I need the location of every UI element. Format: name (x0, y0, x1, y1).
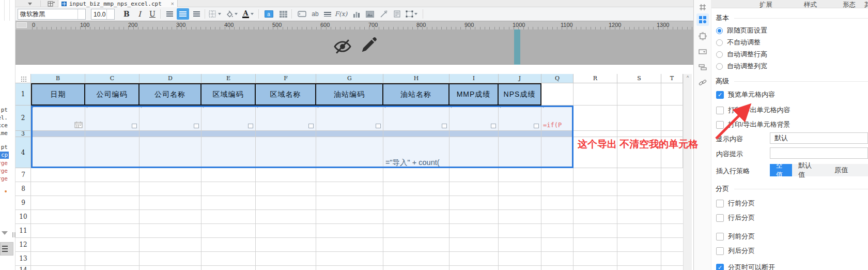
column-header[interactable]: J (499, 74, 541, 83)
row-header[interactable]: 12 (16, 241, 31, 248)
italic-button[interactable]: I (133, 8, 146, 20)
segment-empty-value[interactable]: 空值 (770, 164, 792, 176)
merge-cells-button[interactable] (277, 8, 289, 20)
layers-panel-button[interactable] (696, 61, 709, 73)
segment-original-value[interactable]: 原值 (819, 164, 868, 176)
cell-S2[interactable] (617, 106, 661, 131)
frame-panel-button[interactable] (696, 30, 709, 42)
row-header[interactable]: 7 (16, 171, 31, 178)
cell-I3[interactable] (450, 131, 499, 137)
segment-default-value[interactable]: 默认值 (792, 164, 819, 176)
cell-D1[interactable]: 公司名称 (140, 83, 202, 106)
column-header[interactable]: B (31, 74, 85, 83)
cell-S3[interactable] (617, 131, 661, 137)
font-size-select[interactable]: 10.0 (91, 9, 115, 20)
cell-G3[interactable] (316, 131, 383, 137)
text-widget-button[interactable] (296, 8, 308, 20)
image-button[interactable] (364, 8, 376, 20)
row-header[interactable]: 4 (16, 137, 31, 168)
tab-expand[interactable]: 扩展 (760, 1, 772, 9)
edit-pencil-icon[interactable] (359, 35, 378, 56)
cell-D4[interactable] (140, 137, 202, 168)
scroll-up-icon[interactable]: ^ (684, 75, 692, 80)
file-item[interactable]: el. (0, 114, 8, 121)
cell-C1[interactable]: 公司编码 (85, 83, 140, 106)
cell-H2[interactable] (383, 106, 450, 131)
tree-menu-button[interactable] (0, 242, 13, 256)
cell-I4[interactable] (450, 137, 499, 168)
cell-E4[interactable] (202, 137, 256, 168)
checkbox-page-break-after-col[interactable]: 列后分页 (716, 246, 755, 256)
underline-button[interactable]: U (146, 8, 159, 20)
row-header[interactable]: 14 (16, 266, 31, 270)
cell-Q3[interactable] (541, 131, 574, 137)
column-header[interactable]: T (661, 74, 683, 83)
radio-auto-col-width[interactable]: 自动调整列宽 (716, 62, 767, 71)
cell-T1[interactable] (661, 83, 683, 106)
cell-element-panel-button[interactable] (696, 13, 709, 26)
checkbox-preview-cell-content[interactable]: ✓预览单元格内容 (716, 90, 775, 99)
cell-G4[interactable] (316, 137, 383, 168)
cell-C4[interactable] (85, 137, 140, 168)
cell-Q2[interactable]: =if(P 2,""," 数据有 (541, 106, 574, 131)
column-header[interactable]: E (202, 74, 256, 83)
borders-button[interactable] (208, 8, 222, 20)
cell-T3[interactable] (661, 131, 683, 137)
display-content-select[interactable]: 默认 (770, 132, 868, 144)
new-report-icon[interactable] (48, 1, 55, 7)
row-header[interactable]: 3 (16, 131, 31, 137)
cell-G2[interactable] (316, 106, 383, 131)
bold-button[interactable]: B (120, 8, 133, 20)
cell-J4[interactable] (499, 137, 541, 168)
cell-B1[interactable]: 日期 (31, 83, 85, 106)
tab-widget[interactable]: 形态 (843, 1, 856, 9)
file-item-selected[interactable]: cp (0, 152, 9, 159)
hyperlink-panel-button[interactable] (696, 77, 709, 89)
row-header[interactable]: 9 (16, 199, 31, 206)
vertical-scrollbar[interactable]: ^ (683, 74, 692, 270)
radio-no-auto-adjust[interactable]: 不自动调整 (716, 38, 761, 47)
cell-G1[interactable]: 油站编码 (316, 83, 383, 106)
align-right-button[interactable] (190, 8, 203, 20)
cell-B4[interactable] (31, 137, 85, 168)
cell-E3[interactable] (202, 131, 256, 137)
tab-list-dropdown-icon[interactable] (28, 3, 32, 5)
row-header[interactable]: 1 (16, 83, 31, 106)
column-header[interactable]: D (140, 74, 202, 83)
column-header[interactable]: H (383, 74, 450, 83)
tab-style[interactable]: 样式 (804, 1, 817, 9)
font-family-select[interactable]: 微软雅黑 (18, 9, 86, 20)
cell-element-button[interactable]: a (262, 8, 275, 20)
subreport-button[interactable] (391, 8, 403, 20)
select-all-corner[interactable] (16, 74, 31, 83)
cell-J1[interactable]: NPS成绩 (499, 83, 541, 106)
file-item[interactable]: xce (0, 122, 8, 129)
cell-E1[interactable]: 区域编码 (202, 83, 256, 106)
cell-T2[interactable] (661, 106, 683, 131)
close-tab-icon[interactable]: × (171, 1, 174, 7)
border-style-button[interactable] (404, 8, 419, 20)
column-header[interactable]: C (85, 74, 140, 83)
row-header[interactable]: 8 (16, 185, 31, 192)
row-header[interactable]: 2 (16, 106, 31, 131)
checkbox-page-break-after-row[interactable]: 行后分页 (716, 213, 755, 222)
cell-F4[interactable] (256, 137, 316, 168)
cell-I2[interactable] (450, 106, 499, 131)
cell-E2[interactable] (202, 106, 256, 131)
cell-C3[interactable] (85, 131, 140, 137)
tab-other[interactable]: 其 (864, 1, 868, 9)
checkbox-page-break-before-col[interactable]: 列前分页 (716, 232, 755, 241)
column-header[interactable]: S (617, 74, 661, 83)
insert-shape-button[interactable] (377, 8, 390, 20)
checkbox-page-break-before-row[interactable]: 行前分页 (716, 199, 755, 208)
font-color-button[interactable]: A (241, 8, 255, 20)
formula-button[interactable]: F(x) (334, 8, 348, 20)
cell-J3[interactable] (499, 131, 541, 137)
cell-J2[interactable] (499, 106, 541, 131)
file-item[interactable]: pt (1, 107, 8, 113)
cell-D2[interactable] (140, 106, 202, 131)
cell-F2[interactable] (256, 106, 316, 131)
cell-B2[interactable] (31, 106, 85, 131)
file-item[interactable]: ime (0, 130, 8, 137)
collapse-arrow-icon[interactable] (2, 231, 8, 235)
